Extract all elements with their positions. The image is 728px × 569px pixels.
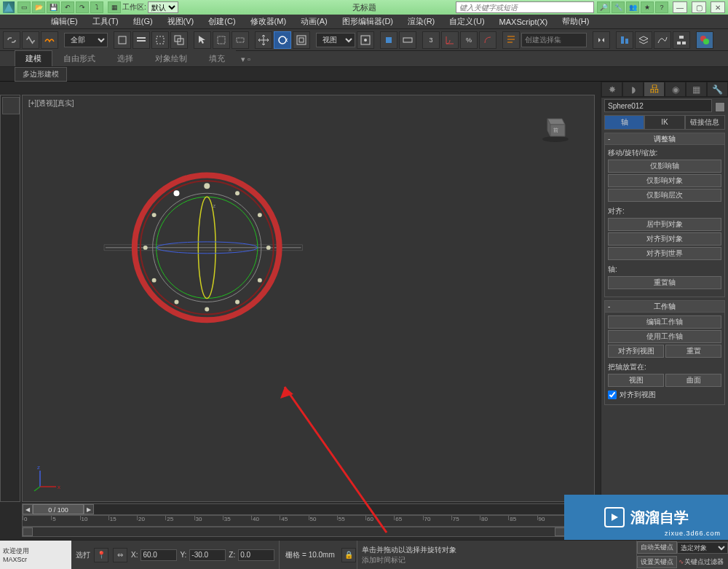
isolate-icon[interactable]: 🔒: [341, 548, 356, 562]
selection-set-input[interactable]: [521, 33, 587, 47]
btn-use-working[interactable]: 使用工作轴: [608, 330, 721, 343]
qat-undo-icon[interactable]: ↶: [61, 1, 74, 13]
percent-snap-icon[interactable]: %: [460, 31, 478, 49]
btn-align-world[interactable]: 对齐到世界: [608, 247, 721, 260]
workspace-icon[interactable]: ▦: [108, 1, 121, 13]
key-mode-select[interactable]: 选定对象: [677, 542, 728, 554]
search-icon[interactable]: 🔎: [597, 1, 610, 13]
align-icon[interactable]: [616, 31, 633, 49]
time-prev-icon[interactable]: ◀: [23, 504, 33, 514]
btn-place-view[interactable]: 视图: [608, 374, 664, 387]
object-name-field[interactable]: Sphere012: [604, 99, 712, 112]
auto-key-button[interactable]: 自动关键点: [637, 541, 677, 554]
btn-place-surface[interactable]: 曲面: [665, 374, 721, 387]
viewport-canvas[interactable]: z x z x 前: [23, 95, 594, 501]
rollout-header-adjust[interactable]: -调整轴: [605, 133, 724, 145]
check-align-view-input[interactable]: [608, 391, 617, 399]
z-input[interactable]: [238, 549, 274, 561]
menu-views[interactable]: 视图(V): [160, 15, 202, 28]
menu-tools[interactable]: 工具(T): [85, 15, 126, 28]
schematic-icon[interactable]: [673, 31, 690, 49]
snap-toggle-icon[interactable]: 3: [422, 31, 440, 49]
qat-link-icon[interactable]: ⤵: [90, 1, 103, 13]
viewport[interactable]: [+][透视][真实]: [22, 95, 595, 502]
link-icon[interactable]: [3, 31, 20, 49]
time-slider[interactable]: ◀ 0 / 100 ▶: [22, 503, 595, 515]
curve-editor-icon[interactable]: [654, 31, 671, 49]
close-button[interactable]: ✕: [711, 1, 725, 13]
unlink-icon[interactable]: [22, 31, 39, 49]
btn-align-view[interactable]: 对齐到视图: [608, 345, 664, 358]
tab-modeling[interactable]: 建模: [15, 50, 52, 66]
info-icon[interactable]: ?: [655, 1, 668, 13]
scale-icon[interactable]: [293, 31, 310, 49]
btn-affect-hierarchy[interactable]: 仅影响层次: [608, 189, 721, 202]
maximize-button[interactable]: ▢: [692, 1, 706, 13]
ref-coord-system[interactable]: 视图: [316, 33, 355, 47]
tab-expand[interactable]: ▾ ▫: [236, 52, 256, 66]
view-cube-icon[interactable]: 前: [539, 110, 572, 144]
time-tag-line[interactable]: 添加时间标记: [362, 555, 632, 565]
btn-center-object[interactable]: 居中到对象: [608, 218, 721, 231]
select-region-icon[interactable]: [151, 31, 169, 49]
btn-affect-pivot[interactable]: 仅影响轴: [608, 160, 721, 173]
menu-modifiers[interactable]: 修改器(M): [243, 15, 294, 28]
manipulate-icon[interactable]: [380, 31, 397, 49]
menu-create[interactable]: 创建(C): [201, 15, 242, 28]
spinner-snap-icon[interactable]: [479, 31, 496, 49]
workspace-dropdown[interactable]: 默认: [148, 1, 178, 13]
cmd-tab-utilities-icon[interactable]: 🔧: [707, 82, 728, 97]
time-handle[interactable]: 0 / 100: [33, 504, 84, 514]
rotate-icon[interactable]: [274, 31, 291, 49]
btn-align-object[interactable]: 对齐到对象: [608, 232, 721, 246]
btn-reset[interactable]: 重置: [665, 345, 721, 358]
rect-select-icon[interactable]: [232, 31, 249, 49]
angle-snap-icon[interactable]: [441, 31, 459, 49]
qat-open-icon[interactable]: 📂: [32, 1, 45, 13]
subcmd-ik[interactable]: IK: [644, 115, 684, 130]
menu-edit[interactable]: 编辑(E): [44, 15, 85, 28]
menu-graph[interactable]: 图形编辑器(D): [335, 15, 400, 28]
time-next-icon[interactable]: ▶: [84, 504, 94, 514]
wrench-icon[interactable]: 🔧: [612, 1, 625, 13]
cmd-tab-motion-icon[interactable]: ◉: [665, 82, 686, 97]
select-object-icon[interactable]: [114, 31, 131, 49]
edit-selection-icon[interactable]: [502, 31, 520, 49]
bind-icon[interactable]: [41, 31, 58, 49]
menu-animation[interactable]: 动画(A): [293, 15, 335, 28]
tab-object-paint[interactable]: 对象绘制: [144, 50, 198, 66]
lock-selection-icon[interactable]: 📍: [94, 548, 108, 562]
menu-group[interactable]: 组(G): [126, 15, 160, 28]
window-crossing-icon[interactable]: [170, 31, 188, 49]
cmd-tab-modify-icon[interactable]: ◗: [622, 82, 644, 97]
qat-redo-icon[interactable]: ↷: [76, 1, 89, 13]
rollout-header-working[interactable]: -工作轴: [605, 301, 724, 313]
btn-affect-object[interactable]: 仅影响对象: [608, 174, 721, 187]
search-input[interactable]: [456, 1, 594, 13]
check-align-view[interactable]: 对齐到视图: [608, 388, 721, 401]
cmd-tab-create-icon[interactable]: ✸: [601, 82, 622, 97]
cmd-tab-display-icon[interactable]: ▦: [686, 82, 707, 97]
btn-edit-working[interactable]: 编辑工作轴: [608, 315, 721, 329]
tab-populate[interactable]: 填充: [198, 50, 236, 66]
y-input[interactable]: [189, 549, 226, 561]
menu-customize[interactable]: 自定义(U): [442, 15, 491, 28]
qat-new-icon[interactable]: ▭: [17, 1, 31, 13]
layer-icon[interactable]: [635, 31, 652, 49]
set-key-button[interactable]: 设置关键点: [637, 556, 677, 568]
timeline-scrollbar[interactable]: ⊞ ⊟: [22, 527, 595, 537]
use-center-icon[interactable]: [357, 31, 374, 49]
paint-select-icon[interactable]: [213, 31, 230, 49]
material-icon[interactable]: [696, 31, 713, 49]
keyboard-icon[interactable]: [399, 31, 416, 49]
select-name-icon[interactable]: [132, 31, 150, 49]
strip-btn-1[interactable]: [2, 97, 20, 114]
move-icon[interactable]: [255, 31, 272, 49]
abs-rel-icon[interactable]: ⇔: [113, 548, 127, 562]
help-icon[interactable]: 👥: [626, 1, 639, 13]
subtab-poly-modeling[interactable]: 多边形建模: [15, 67, 67, 82]
star-icon[interactable]: ★: [641, 1, 654, 13]
selection-filter[interactable]: 全部: [64, 33, 108, 47]
menu-help[interactable]: 帮助(H): [555, 15, 596, 28]
menu-maxscript[interactable]: MAXScript(X): [492, 16, 555, 28]
